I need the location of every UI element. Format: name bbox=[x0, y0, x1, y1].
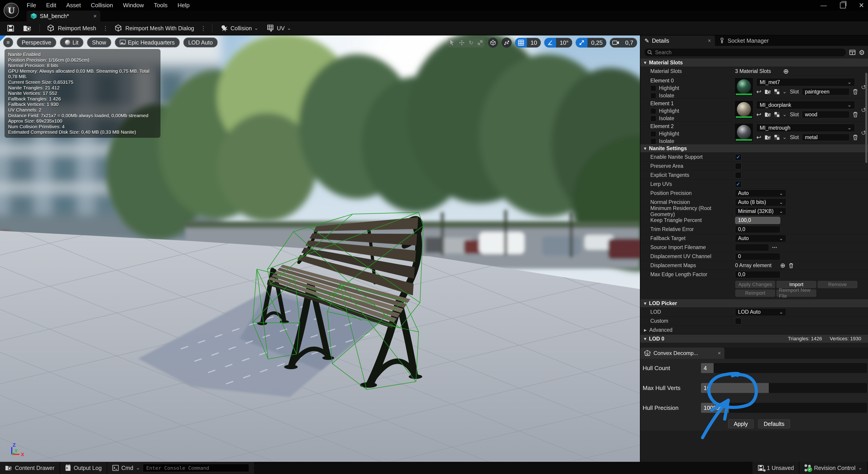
apply-button[interactable]: Apply bbox=[728, 419, 754, 428]
tab-convex-decomposition[interactable]: Convex Decomp... × bbox=[640, 347, 724, 359]
tab-close-icon[interactable]: × bbox=[718, 350, 721, 357]
texture-picker-icon[interactable] bbox=[774, 89, 779, 94]
collision-dropdown-button[interactable]: Collision ⌄ bbox=[218, 23, 260, 33]
move-tool-icon[interactable] bbox=[459, 40, 465, 46]
menu-window[interactable]: Window bbox=[123, 2, 144, 9]
highlight-checkbox[interactable] bbox=[650, 108, 656, 114]
section-material-slots[interactable]: ▾ Material Slots bbox=[640, 59, 868, 67]
reimport-mesh-button[interactable]: Reimport Mesh bbox=[45, 23, 98, 33]
save-button[interactable] bbox=[4, 23, 17, 33]
chevron-down-icon[interactable]: ⌄ bbox=[782, 91, 786, 93]
menu-file[interactable]: File bbox=[27, 2, 36, 9]
hull-count-slider[interactable]: 4 bbox=[701, 363, 867, 373]
display-filter-icon[interactable] bbox=[849, 49, 856, 56]
menu-edit[interactable]: Edit bbox=[46, 2, 56, 9]
scale-snap-control[interactable]: 0,25 bbox=[576, 38, 607, 48]
chevron-down-icon[interactable]: ⌄ bbox=[782, 113, 786, 115]
console-command-input[interactable] bbox=[146, 465, 246, 471]
custom-checkbox[interactable] bbox=[735, 318, 741, 324]
advanced-row[interactable]: ▸ Advanced bbox=[640, 326, 868, 335]
camera-speed-control[interactable]: 0,7 bbox=[610, 38, 637, 48]
tab-close-icon[interactable]: × bbox=[93, 13, 97, 20]
reimport-mesh-options-icon[interactable]: ⋮ bbox=[103, 25, 109, 32]
3d-viewport[interactable]: Z X Y ≡ Perspective Lit Show Epic Headqu… bbox=[0, 35, 640, 462]
reimport-mesh-with-dialog-button[interactable]: Reimport Mesh With Dialog bbox=[113, 23, 196, 33]
world-coordinate-button[interactable] bbox=[488, 37, 498, 48]
tab-close-icon[interactable]: × bbox=[708, 38, 711, 44]
trim-relative-error-field[interactable]: 0,0 bbox=[735, 226, 780, 233]
menu-asset[interactable]: Asset bbox=[66, 2, 81, 9]
tab-socket-manager[interactable]: Socket Manager bbox=[715, 35, 773, 46]
revision-control-button[interactable]: ✓ Revision Control ⌄ bbox=[800, 462, 867, 474]
surface-snapping-button[interactable] bbox=[501, 37, 512, 48]
close-button[interactable]: × bbox=[859, 0, 864, 10]
browse-to-asset-button[interactable] bbox=[21, 23, 34, 33]
defaults-button[interactable]: Defaults bbox=[758, 419, 790, 428]
fallback-target-dropdown[interactable]: Auto⌄ bbox=[735, 235, 786, 242]
use-selected-asset-icon[interactable]: ↩ bbox=[756, 134, 761, 140]
rotation-snap-control[interactable]: 10° bbox=[544, 38, 572, 48]
slot-name-input[interactable]: paintgreen bbox=[802, 88, 849, 95]
displacement-uv-channel-field[interactable]: 0 bbox=[735, 253, 780, 260]
browse-to-asset-icon[interactable] bbox=[765, 134, 771, 140]
search-input[interactable] bbox=[655, 49, 843, 56]
browse-to-asset-icon[interactable] bbox=[765, 89, 771, 95]
position-precision-dropdown[interactable]: Auto⌄ bbox=[735, 190, 786, 197]
remove-button[interactable]: Remove bbox=[817, 281, 857, 288]
highlight-checkbox[interactable] bbox=[650, 86, 656, 91]
section-nanite-settings[interactable]: ▾ Nanite Settings bbox=[640, 144, 868, 153]
unsaved-button[interactable]: ✱ 1 Unsaved bbox=[752, 462, 799, 474]
slot-name-input[interactable]: metal bbox=[802, 134, 849, 141]
max-hull-verts-slider[interactable]: 16 bbox=[701, 383, 867, 393]
console-command-box[interactable] bbox=[143, 464, 249, 472]
details-scrollbar[interactable] bbox=[865, 73, 867, 163]
lerp-uvs-checkbox[interactable]: ✓ bbox=[735, 181, 741, 188]
max-edge-length-factor-field[interactable]: 0,0 bbox=[735, 271, 780, 278]
menu-tools[interactable]: Tools bbox=[154, 2, 168, 9]
menu-collision[interactable]: Collision bbox=[91, 2, 113, 9]
content-drawer-button[interactable]: Content Drawer bbox=[0, 462, 59, 474]
delete-slot-icon[interactable] bbox=[852, 111, 858, 117]
section-lod0[interactable]: ▾ LOD 0 Triangles: 1426 Vertices: 1930 bbox=[640, 335, 868, 343]
highlight-checkbox[interactable] bbox=[650, 131, 656, 137]
material-dropdown[interactable]: MI_met7 ⌄ bbox=[756, 78, 855, 86]
material-dropdown[interactable]: MI_metrough ⌄ bbox=[756, 124, 855, 132]
hull-precision-slider[interactable]: 100000 bbox=[701, 403, 867, 413]
apply-changes-button[interactable]: Apply Changes bbox=[735, 281, 775, 288]
normal-precision-dropdown[interactable]: Auto (8 bits)⌄ bbox=[735, 199, 786, 206]
delete-slot-icon[interactable] bbox=[852, 89, 858, 95]
slot-name-input[interactable]: wood bbox=[802, 111, 849, 118]
settings-gear-icon[interactable]: ⚙ bbox=[859, 48, 865, 57]
source-import-filename-field[interactable] bbox=[735, 244, 769, 251]
menu-help[interactable]: Help bbox=[178, 2, 189, 9]
texture-picker-icon[interactable] bbox=[774, 135, 779, 140]
scale-tool-icon[interactable] bbox=[477, 40, 483, 45]
tab-details[interactable]: ✎ Details × bbox=[640, 35, 715, 46]
explicit-tangents-checkbox[interactable] bbox=[735, 172, 741, 178]
isolate-checkbox[interactable] bbox=[650, 93, 656, 99]
material-dropdown[interactable]: MI_doorplank ⌄ bbox=[756, 101, 855, 109]
keep-triangle-percent-field[interactable]: 100,0 bbox=[735, 217, 780, 224]
isolate-checkbox[interactable] bbox=[650, 138, 656, 144]
minimize-button[interactable]: — bbox=[820, 2, 827, 9]
cmd-label[interactable]: Cmd bbox=[121, 465, 133, 471]
show-dropdown[interactable]: Show bbox=[87, 37, 111, 47]
restore-button[interactable] bbox=[840, 2, 846, 8]
enable-nanite-checkbox[interactable]: ✓ bbox=[735, 154, 741, 160]
lod-dropdown[interactable]: LOD Auto⌄ bbox=[735, 308, 786, 316]
perspective-dropdown[interactable]: Perspective bbox=[17, 37, 56, 47]
add-material-slot-icon[interactable]: ⊕ bbox=[783, 67, 789, 75]
unreal-logo-icon[interactable]: U bbox=[4, 3, 19, 18]
use-selected-asset-icon[interactable]: ↩ bbox=[756, 111, 761, 117]
grid-snap-control[interactable]: 10 bbox=[515, 38, 541, 48]
browse-to-asset-icon[interactable] bbox=[765, 111, 771, 117]
preview-scene-dropdown[interactable]: Epic Headquarters bbox=[115, 37, 180, 47]
texture-picker-icon[interactable] bbox=[774, 112, 779, 117]
chevron-down-icon[interactable]: ⌄ bbox=[782, 136, 786, 138]
use-selected-asset-icon[interactable]: ↩ bbox=[756, 89, 761, 95]
select-tool-icon[interactable] bbox=[450, 40, 455, 46]
material-thumbnail[interactable] bbox=[735, 78, 753, 96]
reimport-new-file-button[interactable]: Reimport New File bbox=[776, 290, 816, 297]
rotate-tool-icon[interactable]: ↻ bbox=[469, 39, 473, 46]
add-array-element-icon[interactable]: ⊕ bbox=[780, 262, 785, 269]
